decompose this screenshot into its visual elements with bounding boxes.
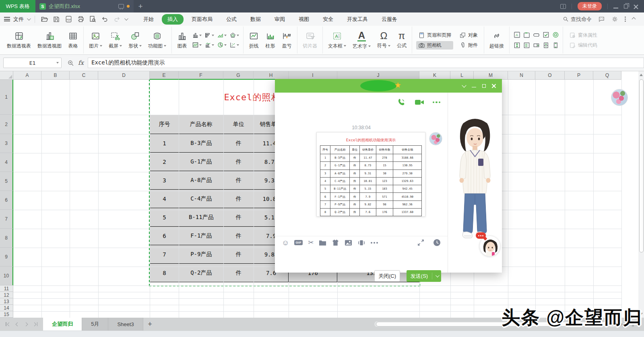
chat-collapse-icon[interactable] (462, 83, 466, 87)
vscroll-thumb[interactable] (639, 79, 644, 252)
table-cell[interactable]: 1 (320, 154, 330, 162)
combo-chart-button[interactable] (205, 42, 214, 48)
menu-icon[interactable] (4, 17, 10, 21)
table-cell[interactable]: 8 (320, 209, 330, 216)
column-header-H[interactable]: H (254, 71, 289, 80)
table-cell[interactable]: 2 (150, 153, 179, 171)
combobox-control-button[interactable] (533, 42, 540, 49)
table-cell[interactable]: C-4产品 (330, 178, 350, 185)
prev-sheet-icon[interactable] (15, 322, 19, 326)
spinner-control-button[interactable] (514, 42, 520, 49)
table-cell[interactable]: 15 (376, 162, 394, 170)
table-button[interactable]: 表格 (65, 30, 81, 51)
formula-input[interactable]: Excel的照相机功能使用演示 (88, 58, 644, 68)
table-cell[interactable]: 5.15 (360, 185, 376, 193)
table-cell[interactable]: 4510.90 (393, 193, 422, 201)
table-cell[interactable]: 183 (376, 185, 394, 193)
table-cell[interactable]: 279.30 (393, 170, 422, 178)
collapse-ribbon-icon[interactable] (632, 17, 636, 21)
expand-window-icon[interactable] (417, 239, 424, 246)
scatter-chart-button[interactable] (230, 42, 239, 48)
row-header-12[interactable]: 12 (0, 292, 13, 298)
listbox-control-button[interactable] (523, 42, 530, 49)
sparkline-winloss-button[interactable]: 盈亏 (279, 30, 295, 51)
column-header-C[interactable]: C (70, 71, 98, 80)
label-control-button[interactable]: A (514, 31, 520, 38)
table-cell[interactable]: G-1产品 (330, 162, 350, 170)
column-header-E[interactable]: E (150, 71, 179, 80)
table-cell[interactable]: 件 (350, 193, 360, 201)
table-cell[interactable]: 7.9 (360, 193, 376, 201)
table-cell[interactable]: 962.36 (393, 201, 422, 209)
save-icon[interactable] (52, 15, 61, 24)
table-cell[interactable]: 5 (150, 208, 179, 227)
radio-control-button[interactable] (552, 31, 559, 38)
hyperlink-button[interactable]: 超链接 (487, 29, 507, 51)
table-cell[interactable]: P-9产品 (330, 201, 350, 209)
sparkline-line-button[interactable]: 折线 (246, 30, 262, 51)
print-preview-icon[interactable] (88, 15, 97, 24)
column-header-A[interactable]: A (13, 71, 41, 80)
video-call-icon[interactable] (414, 98, 425, 107)
row-header-7[interactable]: 7 (0, 210, 13, 229)
new-document-tab-button[interactable]: + (134, 0, 147, 12)
table-cell[interactable]: 942.45 (393, 185, 422, 193)
table-cell[interactable]: A-8产品 (179, 171, 224, 190)
last-sheet-icon[interactable] (33, 322, 38, 326)
row-header-11[interactable]: 11 (0, 285, 13, 292)
name-box-dropdown-icon[interactable] (56, 62, 59, 64)
sender-avatar[interactable] (429, 132, 442, 145)
text-box-button[interactable]: A 文本框 (325, 30, 349, 51)
chat-send-button[interactable]: 发送(S) (407, 270, 441, 282)
table-cell[interactable]: B-11产品 (179, 208, 224, 227)
ribbon-tab-审阅[interactable]: 审阅 (269, 14, 291, 25)
pie-chart-button[interactable] (217, 42, 227, 48)
ribbon-tab-开发工具[interactable]: 开发工具 (341, 14, 374, 25)
table-cell[interactable]: 件 (350, 162, 360, 170)
column-header-P[interactable]: P (565, 71, 593, 80)
document-tab[interactable]: S 企望而归.xlsx (35, 0, 134, 12)
table-cell[interactable]: 7 (320, 201, 330, 209)
table-cell[interactable]: B-3产品 (179, 134, 224, 153)
table-cell[interactable]: 130.95 (393, 162, 422, 170)
sheet-tab-Sheet3[interactable]: Sheet3 (108, 318, 143, 331)
column-header-Q[interactable]: Q (593, 71, 621, 80)
sheet-tab-企望而归[interactable]: 企望而归 (43, 318, 82, 331)
feedback-icon[interactable] (598, 16, 605, 23)
table-cell[interactable]: 9.31 (360, 170, 376, 178)
table-cell[interactable]: 4 (320, 178, 330, 185)
pivot-table-button[interactable]: 数据透视表 (4, 30, 34, 51)
ribbon-tab-页面布局[interactable]: 页面布局 (186, 14, 218, 25)
table-cell[interactable]: 3 (150, 171, 179, 190)
file-menu[interactable]: 文件 (13, 16, 24, 23)
select-all-corner[interactable] (0, 71, 13, 80)
vertical-scrollbar[interactable] (638, 71, 644, 318)
attachment-button[interactable]: 附件 (457, 41, 480, 50)
table-cell[interactable]: 9.82 (360, 201, 376, 209)
line-chart-button[interactable] (192, 42, 202, 48)
message-history-icon[interactable] (433, 239, 441, 246)
toolbar-more-icon[interactable] (371, 242, 378, 244)
window-shake-icon[interactable] (357, 239, 365, 246)
checkbox-control-button[interactable] (543, 31, 549, 38)
ribbon-tab-数据[interactable]: 数据 (245, 14, 266, 25)
share-screen-icon[interactable] (118, 4, 124, 8)
table-cell[interactable]: 件 (224, 227, 254, 245)
export-pdf-icon[interactable]: PDF (64, 15, 73, 24)
table-cell[interactable]: 件 (224, 208, 254, 227)
table-cell[interactable]: 571 (376, 193, 394, 201)
table-cell[interactable]: 5 (320, 185, 330, 193)
gif-icon[interactable]: GIF (294, 240, 303, 245)
column-header-J[interactable]: J (337, 71, 419, 80)
column-header-B[interactable]: B (41, 71, 70, 80)
login-status-badge[interactable]: 未登录 (578, 2, 602, 10)
table-cell[interactable]: 1337.60 (393, 209, 422, 216)
chat-close-button[interactable]: 关闭(C) (374, 270, 400, 282)
table-cell[interactable]: 3188.66 (393, 154, 422, 162)
table-cell[interactable]: 176 (376, 209, 394, 216)
ribbon-tab-云服务[interactable]: 云服务 (376, 14, 403, 25)
chat-titlebar[interactable]: ★ (275, 79, 502, 93)
symbol-button[interactable]: Ω 符号 (374, 30, 393, 50)
ribbon-tab-公式[interactable]: 公式 (221, 14, 242, 25)
sparkline-column-button[interactable]: 柱形 (262, 30, 278, 51)
